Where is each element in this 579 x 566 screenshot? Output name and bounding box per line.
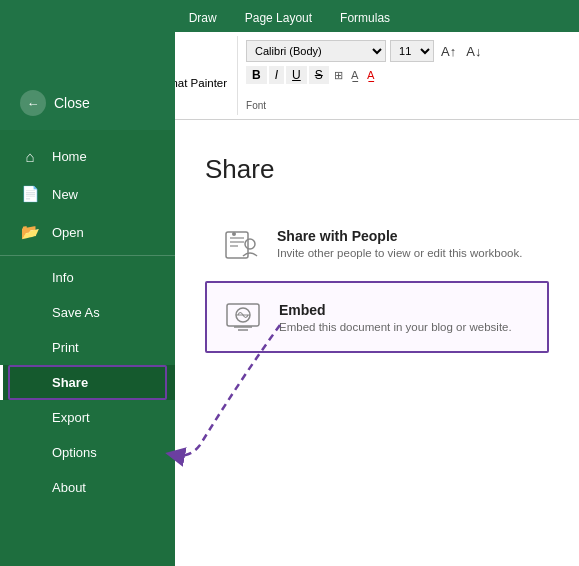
sidebar-item-home[interactable]: ⌂ Home xyxy=(0,138,175,175)
tab-page-layout[interactable]: Page Layout xyxy=(231,4,326,32)
embed-description: Embed this document in your blog or webs… xyxy=(279,321,512,333)
font-name-select[interactable]: Calibri (Body) xyxy=(246,40,386,62)
grow-font-button[interactable]: A↑ xyxy=(438,43,459,60)
share-people-heading: Share with People xyxy=(277,228,522,244)
sidebar-nav: ⌂ Home 📄 New 📂 Open Info Save As Print S… xyxy=(0,130,175,566)
share-people-description: Invite other people to view or edit this… xyxy=(277,247,522,259)
info-label: Info xyxy=(52,270,74,285)
embed-heading: Embed xyxy=(279,302,512,318)
tab-draw[interactable]: Draw xyxy=(175,4,231,32)
open-icon: 📂 xyxy=(20,223,40,241)
sidebar-item-about[interactable]: About xyxy=(0,470,175,505)
sidebar-item-new[interactable]: 📄 New xyxy=(0,175,175,213)
sidebar-top: ← Close xyxy=(0,0,175,130)
border-icon[interactable]: ⊞ xyxy=(331,69,346,82)
main-content: Share Share with People Invite other peo… xyxy=(175,130,579,566)
shrink-font-button[interactable]: A↓ xyxy=(463,43,484,60)
svg-point-5 xyxy=(232,232,236,236)
italic-button[interactable]: I xyxy=(269,66,284,84)
share-title: Share xyxy=(205,154,549,185)
sidebar-item-options[interactable]: Options xyxy=(0,435,175,470)
embed-icon-wrap xyxy=(221,295,265,339)
share-people-icon-wrap xyxy=(219,221,263,265)
share-people-text: Share with People Invite other people to… xyxy=(277,228,522,259)
tab-formulas[interactable]: Formulas xyxy=(326,4,404,32)
font-size-select[interactable]: 11 xyxy=(390,40,434,62)
save-as-label: Save As xyxy=(52,305,100,320)
embed-text: Embed Embed this document in your blog o… xyxy=(279,302,512,333)
close-label: Close xyxy=(54,95,90,111)
options-label: Options xyxy=(52,445,97,460)
sidebar-item-print[interactable]: Print xyxy=(0,330,175,365)
font-format-row: B I U S ⊞ A̲ A̲ xyxy=(246,66,484,84)
sidebar-item-share[interactable]: Share xyxy=(0,365,175,400)
embed-icon xyxy=(224,298,262,336)
share-people-icon xyxy=(222,224,260,262)
home-label: Home xyxy=(52,149,87,164)
embed-option[interactable]: Embed Embed this document in your blog o… xyxy=(205,281,549,353)
strikethrough-button[interactable]: S xyxy=(309,66,329,84)
back-arrow-icon: ← xyxy=(20,90,46,116)
sidebar: ← Close ⌂ Home 📄 New 📂 Open Info Save As… xyxy=(0,0,175,566)
underline-button[interactable]: U xyxy=(286,66,307,84)
fill-color-icon[interactable]: A̲ xyxy=(348,69,362,82)
new-label: New xyxy=(52,187,78,202)
sidebar-item-save-as[interactable]: Save As xyxy=(0,295,175,330)
sidebar-item-export[interactable]: Export xyxy=(0,400,175,435)
font-group-label: Font xyxy=(246,98,484,111)
export-label: Export xyxy=(52,410,90,425)
sidebar-item-info[interactable]: Info xyxy=(0,260,175,295)
share-with-people-option[interactable]: Share with People Invite other people to… xyxy=(205,209,549,277)
sidebar-item-open[interactable]: 📂 Open xyxy=(0,213,175,251)
font-row1: Calibri (Body) 11 A↑ A↓ xyxy=(246,40,484,62)
bold-button[interactable]: B xyxy=(246,66,267,84)
share-label: Share xyxy=(52,375,88,390)
about-label: About xyxy=(52,480,86,495)
new-icon: 📄 xyxy=(20,185,40,203)
print-label: Print xyxy=(52,340,79,355)
font-group: Calibri (Body) 11 A↑ A↓ B I U S ⊞ A̲ A̲ … xyxy=(238,36,492,115)
close-button[interactable]: ← Close xyxy=(12,84,98,122)
svg-point-4 xyxy=(245,239,255,249)
font-color-icon[interactable]: A̲ xyxy=(364,69,378,82)
home-icon: ⌂ xyxy=(20,148,40,165)
open-label: Open xyxy=(52,225,84,240)
nav-divider-1 xyxy=(0,255,175,256)
